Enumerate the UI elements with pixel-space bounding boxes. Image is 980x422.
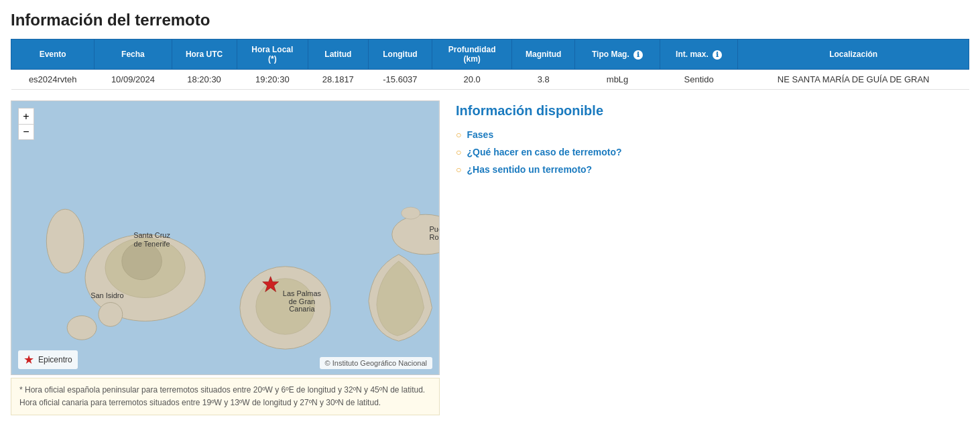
list-item-que-hacer: ¿Qué hacer en caso de terremoto? xyxy=(456,147,969,157)
map-zoom-controls: + − xyxy=(18,108,34,140)
epicenter-legend-label: Epicentro xyxy=(38,355,72,364)
note-line2: Hora oficial canaria para terremotos sit… xyxy=(19,397,431,409)
svg-point-10 xyxy=(402,207,420,219)
epicenter-legend-icon: ★ xyxy=(23,352,34,367)
svg-text:Las Palmas: Las Palmas xyxy=(283,289,322,297)
map-copyright: © Instituto Geográfico Nacional xyxy=(320,357,432,369)
svg-text:Ros.: Ros. xyxy=(430,233,439,241)
cell-hora-utc: 18:20:30 xyxy=(172,70,237,90)
link-que-hacer[interactable]: ¿Qué hacer en caso de terremoto? xyxy=(467,147,621,157)
svg-text:Puert: Puert xyxy=(430,225,439,233)
list-item-fases: Fases xyxy=(456,129,969,140)
link-has-sentido[interactable]: ¿Has sentido un terremoto? xyxy=(467,164,592,175)
svg-point-9 xyxy=(99,303,123,327)
cell-latitud: 28.1817 xyxy=(308,70,368,90)
svg-point-3 xyxy=(122,242,162,280)
col-localizacion: Localización xyxy=(738,40,969,70)
map-svg: Santa Cruz de Tenerife Las Palmas de Gra… xyxy=(11,101,439,374)
map-container: + − xyxy=(11,100,440,415)
col-tipo-mag: Tipo Mag. ℹ xyxy=(575,40,660,70)
earthquake-table: Evento Fecha Hora UTC Hora Local (*) Lat… xyxy=(11,39,969,90)
cell-profundidad: 20.0 xyxy=(432,70,512,90)
map-box: + − xyxy=(11,100,440,375)
info-section: Información disponible Fases ¿Qué hacer … xyxy=(456,100,969,182)
info-title: Información disponible xyxy=(456,103,969,119)
info-links: Fases ¿Qué hacer en caso de terremoto? ¿… xyxy=(456,129,969,175)
col-fecha: Fecha xyxy=(95,40,172,70)
col-magnitud: Magnitud xyxy=(512,40,575,70)
svg-text:Santa Cruz: Santa Cruz xyxy=(133,231,170,239)
link-fases[interactable]: Fases xyxy=(467,129,493,140)
cell-hora-local: 19:20:30 xyxy=(237,70,308,90)
svg-text:de Gran: de Gran xyxy=(289,297,316,305)
page-title: Información del terremoto xyxy=(11,11,969,29)
cell-evento: es2024rvteh xyxy=(11,70,95,90)
svg-point-7 xyxy=(46,209,84,273)
col-profundidad: Profundidad(km) xyxy=(432,40,512,70)
cell-fecha: 10/09/2024 xyxy=(95,70,172,90)
zoom-in-button[interactable]: + xyxy=(18,108,34,124)
int-max-info-icon[interactable]: ℹ xyxy=(713,50,722,60)
note-box: * Hora oficial española peninsular para … xyxy=(11,378,440,415)
note-line1: * Hora oficial española peninsular para … xyxy=(19,384,431,397)
zoom-out-button[interactable]: − xyxy=(18,124,34,140)
list-item-has-sentido: ¿Has sentido un terremoto? xyxy=(456,164,969,175)
cell-longitud: -15.6037 xyxy=(368,70,432,90)
col-evento: Evento xyxy=(11,40,95,70)
cell-int-max: Sentido xyxy=(660,70,737,90)
svg-text:Canaria: Canaria xyxy=(289,305,315,313)
svg-text:de Tenerife: de Tenerife xyxy=(134,240,170,248)
cell-tipo-mag: mbLg xyxy=(575,70,660,90)
table-row: es2024rvteh 10/09/2024 18:20:30 19:20:30… xyxy=(11,70,969,90)
svg-text:San Isidro: San Isidro xyxy=(90,291,123,299)
col-hora-local: Hora Local (*) xyxy=(237,40,308,70)
col-int-max: Int. max. ℹ xyxy=(660,40,737,70)
tipo-mag-info-icon[interactable]: ℹ xyxy=(633,50,643,60)
cell-localizacion: NE SANTA MARÍA DE GUÍA DE GRAN xyxy=(738,70,969,90)
svg-point-8 xyxy=(67,315,97,340)
col-latitud: Latitud xyxy=(308,40,368,70)
col-hora-utc: Hora UTC xyxy=(172,40,237,70)
cell-magnitud: 3.8 xyxy=(512,70,575,90)
map-legend: ★ Epicentro xyxy=(18,350,78,369)
main-content: + − xyxy=(11,100,969,415)
col-longitud: Longitud xyxy=(368,40,432,70)
